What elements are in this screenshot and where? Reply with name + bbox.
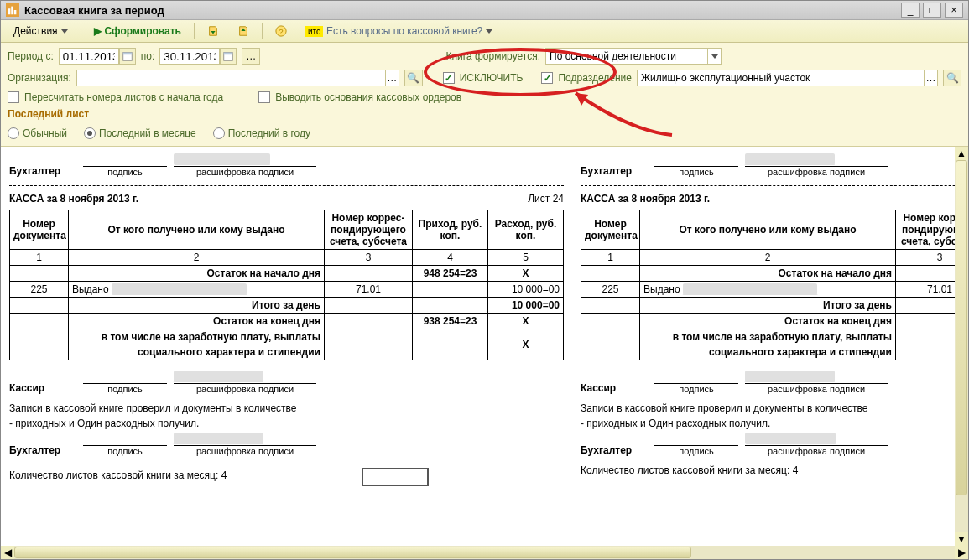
period-select-button[interactable]: … — [242, 48, 260, 65]
period-from-label: Период с: — [8, 50, 54, 62]
salary-line2: социального характера и стипендии — [640, 345, 896, 360]
calendar-icon[interactable] — [220, 48, 237, 65]
form-button-label: Сформировать — [105, 25, 181, 37]
col-expense: Расход, руб. коп. — [488, 210, 564, 250]
ellipsis-icon[interactable]: … — [385, 70, 399, 86]
accountant-label: Бухгалтер — [9, 165, 76, 177]
book-mode-select[interactable]: По основной деятельности — [545, 48, 722, 65]
chevron-down-icon[interactable] — [707, 49, 721, 64]
minimize-button[interactable]: _ — [901, 3, 920, 18]
book-mode-label: Книга формируется: — [446, 50, 541, 62]
actions-menu[interactable]: Действия — [6, 23, 76, 39]
expense-val: 10 000=00 — [488, 282, 564, 298]
its-badge: итс — [305, 26, 323, 37]
chevron-down-icon — [486, 29, 492, 34]
accountant-label: Бухгалтер — [581, 165, 648, 177]
its-help-link[interactable]: итс Есть вопросы по кассовой книге? — [298, 23, 500, 39]
col-who: От кого получено или кому выдано — [640, 210, 896, 250]
app-window: Кассовая книга за период _ □ × Действия … — [0, 0, 969, 560]
book-mode-value: По основной деятельности — [546, 50, 707, 62]
calendar-icon[interactable] — [119, 48, 136, 65]
vertical-scrollbar[interactable]: ▲ ▼ — [955, 147, 968, 546]
radio-label: Обычный — [23, 127, 67, 139]
recount-checkbox[interactable] — [8, 91, 19, 103]
form-button[interactable]: ▶ Сформировать — [86, 23, 189, 39]
svg-rect-2 — [14, 10, 17, 14]
colnum: 1 — [10, 250, 69, 266]
org-open-button[interactable]: 🔍 — [404, 70, 423, 86]
report-area[interactable]: Бухгалтер подпись Б________________расши… — [1, 147, 968, 546]
radio-last-year[interactable]: Последний в году — [213, 127, 310, 139]
balance-end-val: 938 254=23 — [413, 314, 488, 329]
decode-caption: расшифровка подписи — [174, 384, 316, 394]
cashier-label: Кассир — [581, 382, 648, 394]
colnum: 4 — [413, 250, 488, 266]
svg-rect-6 — [123, 53, 133, 55]
balance-start: Остаток на начало дня — [640, 266, 896, 282]
exclude-checkbox[interactable]: ✓ — [443, 72, 455, 84]
salary-line1: в том числе на заработную плату, выплаты — [640, 329, 896, 345]
print-basis-label: Выводить основания кассовых ордеров — [275, 91, 461, 103]
svg-text:?: ? — [279, 27, 283, 36]
load-settings-button[interactable] — [230, 23, 257, 39]
separator — [194, 23, 195, 39]
ellipsis-icon[interactable]: … — [924, 70, 937, 86]
col-docnum: Номер документа — [581, 210, 640, 250]
signature-caption: подпись — [83, 384, 167, 394]
maximize-button[interactable]: □ — [923, 3, 941, 18]
decode-caption: расшифровка подписи — [174, 446, 316, 456]
radio-label: Последний в году — [228, 127, 310, 139]
signature-caption: подпись — [654, 384, 738, 394]
division-select[interactable]: Жилищно эксплутационный участок … — [637, 70, 938, 86]
colnum: 2 — [69, 250, 325, 266]
day-total: Итого за день — [640, 298, 896, 314]
exclude-label: ИСКЛЮЧИТЬ — [460, 72, 524, 84]
balance-end: Остаток на конец дня — [640, 314, 896, 329]
division-checkbox[interactable]: ✓ — [541, 72, 553, 84]
signature-caption: подпись — [83, 446, 167, 456]
decode-caption: расшифровка подписи — [745, 384, 888, 394]
help-button[interactable]: ? — [268, 23, 294, 39]
cashier-label: Кассир — [9, 382, 76, 394]
radio-ordinary[interactable]: Обычный — [8, 127, 67, 139]
separator — [262, 23, 263, 39]
save-settings-button[interactable] — [200, 23, 227, 39]
svg-rect-8 — [224, 53, 233, 55]
footer-line2: - приходных и Один расходных получил. — [9, 417, 564, 429]
doc-num: 225 — [10, 282, 69, 298]
print-basis-checkbox[interactable] — [258, 91, 270, 103]
radio-last-month[interactable]: Последний в месяце — [84, 127, 196, 139]
period-to-input[interactable] — [159, 48, 220, 65]
decode-caption: расшифровка подписи — [745, 446, 888, 456]
balance-start: Остаток на начало дня — [69, 266, 325, 282]
x-mark: X — [488, 314, 564, 329]
salary-line1: в том числе на заработную плату, выплаты — [69, 329, 325, 345]
scroll-thumb-h[interactable] — [14, 547, 691, 558]
balance-end: Остаток на конец дня — [69, 314, 325, 329]
month-sheets-count: Количество листов кассовой книги за меся… — [9, 469, 227, 481]
scroll-left-icon[interactable]: ◀ — [1, 546, 14, 559]
month-sheets-count: Количество листов кассовой книги за меся… — [581, 464, 968, 476]
division-label: Подразделение — [558, 72, 631, 84]
footer-line1: Записи в кассовой книге проверил и докум… — [9, 402, 564, 414]
dashed-separator — [9, 185, 564, 186]
accountant-label: Бухгалтер — [9, 444, 76, 456]
scroll-thumb[interactable] — [956, 160, 967, 495]
radio-label: Последний в месяце — [99, 127, 196, 139]
scroll-down-icon[interactable]: ▼ — [955, 532, 968, 546]
col-docnum: Номер документа — [10, 210, 69, 250]
org-select[interactable]: … — [76, 70, 399, 86]
signature-caption: подпись — [83, 167, 167, 177]
window-title: Кассовая книга за период — [24, 4, 901, 17]
scroll-right-icon[interactable]: ▶ — [955, 546, 968, 559]
close-button[interactable]: × — [945, 3, 963, 18]
period-to-label: по: — [141, 50, 155, 62]
row-desc: Выдано Б_______________________ — [69, 282, 325, 298]
division-open-button[interactable]: 🔍 — [943, 70, 961, 86]
colnum: 2 — [640, 250, 896, 266]
scroll-up-icon[interactable]: ▲ — [955, 147, 968, 160]
colnum: 5 — [488, 250, 564, 266]
doc-num: 225 — [581, 282, 640, 298]
period-from-input[interactable] — [59, 48, 119, 65]
horizontal-scrollbar[interactable]: ◀ ▶ — [1, 546, 968, 559]
